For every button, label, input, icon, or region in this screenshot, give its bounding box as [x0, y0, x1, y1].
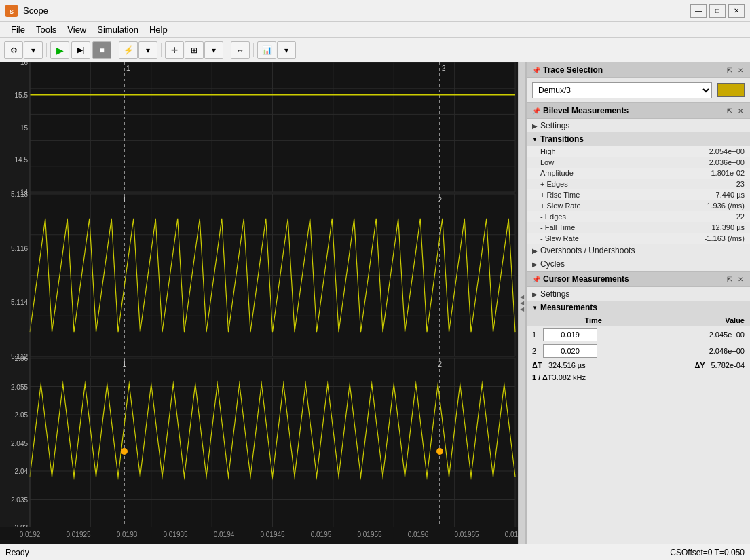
collapse-handle[interactable]: ◀ ◀ ◀: [518, 62, 526, 544]
meas-row-1: Low2.036e+00: [527, 157, 750, 168]
transitions-header[interactable]: ▼ Transitions: [527, 132, 750, 146]
bilevel-header-left: 📌 Bilevel Measurements: [532, 106, 629, 115]
trace-close-btn[interactable]: ✕: [736, 67, 745, 74]
svg-text:S: S: [10, 8, 14, 15]
run-btn[interactable]: ▶: [50, 41, 69, 59]
cursor-pin-icon: 📌: [532, 276, 540, 283]
meas-value-0: 2.054e+00: [677, 147, 745, 155]
meas-btn[interactable]: 📊: [257, 41, 276, 59]
settings-label: Settings: [540, 121, 569, 130]
trace-selection-title: Trace Selection: [543, 65, 603, 75]
trace-color-swatch: [717, 83, 745, 97]
menu-view[interactable]: View: [62, 23, 92, 36]
close-button[interactable]: ✕: [728, 4, 745, 18]
menu-bar: File Tools View Simulation Help: [0, 22, 750, 38]
signal-btn[interactable]: ⚡: [119, 41, 138, 59]
tb-sep-1: [46, 43, 47, 57]
status-right: CSOffset=0 T=0.050: [670, 548, 745, 557]
maximize-button[interactable]: □: [709, 4, 726, 18]
inv-delta-row: 1 / ΔT 3.082 kHz: [527, 371, 750, 384]
tb-sep-3: [161, 43, 162, 57]
cursor-1-index: 1: [532, 331, 543, 339]
meas-value-7: 12.390 µs: [677, 223, 745, 231]
tb-dropdown[interactable]: ▾: [24, 41, 43, 59]
panel-spacer: [527, 384, 750, 544]
delta-t-label: ΔT: [532, 361, 548, 369]
cursor-1-value: 2.045e+00: [597, 331, 745, 339]
tb-dropdown-3[interactable]: ▾: [204, 41, 223, 59]
bilevel-close-btn[interactable]: ✕: [736, 107, 745, 115]
tb-dropdown-4[interactable]: ▾: [277, 41, 296, 59]
trace-expand-btn[interactable]: ⇱: [726, 67, 734, 74]
meas-value-6: 22: [677, 212, 745, 221]
cycles-label: Cycles: [540, 259, 565, 269]
cursor-time-header: Time: [543, 316, 644, 324]
cursor-header-left: 📌 Cursor Measurements: [532, 274, 629, 284]
bilevel-section: 📌 Bilevel Measurements ⇱ ✕ ▶ Settings ▼ …: [527, 103, 750, 272]
meas-row-6: - Edges22: [527, 211, 750, 222]
meas-value-4: 7.440 µs: [677, 191, 745, 199]
trace-selection-section: 📌 Trace Selection ⇱ ✕ Demux/3 Demux/1 De…: [527, 62, 750, 103]
bilevel-header-controls: ⇱ ✕: [726, 107, 745, 115]
collapse-arrow-3: ◀: [520, 306, 524, 312]
trace-dropdown[interactable]: Demux/3 Demux/1 Demux/2: [532, 82, 712, 98]
meas-label-6: - Edges: [540, 212, 677, 221]
cycles-row[interactable]: ▶ Cycles: [527, 257, 750, 271]
toolbar: ⚙ ▾ ▶ ▶| ■ ⚡ ▾ ✛ ⊞ ▾ ↔ 📊 ▾: [0, 38, 750, 62]
trace-selection-header-left: 📌 Trace Selection: [532, 65, 603, 75]
meas-label-2: Amplitude: [540, 169, 677, 177]
status-bar: Ready CSOffset=0 T=0.050: [0, 544, 750, 560]
scope-canvas[interactable]: [0, 62, 518, 544]
tb-sep-5: [253, 43, 254, 57]
menu-simulation[interactable]: Simulation: [92, 23, 144, 36]
cursor-2-index: 2: [532, 347, 543, 355]
cursor-section: 📌 Cursor Measurements ⇱ ✕ ▶ Settings ▼ M…: [527, 272, 750, 384]
cursor-idx-header-space: [532, 316, 543, 324]
toolbar-group-3: ✛ ⊞ ▾: [165, 41, 223, 59]
toolbar-group-1: ⚙ ▾: [4, 41, 43, 59]
toolbar-group-2: ⚡ ▾: [119, 41, 157, 59]
menu-tools[interactable]: Tools: [31, 23, 62, 36]
cursor-settings-row[interactable]: ▶ Settings: [527, 287, 750, 301]
stop-btn[interactable]: ■: [92, 41, 111, 59]
cycles-expand-icon: ▶: [532, 261, 538, 268]
meas-value-1: 2.036e+00: [677, 158, 745, 166]
menu-file[interactable]: File: [5, 23, 31, 36]
cursor-1-time[interactable]: [543, 328, 597, 341]
meas-label-1: Low: [540, 158, 677, 166]
delta-row: ΔT 324.516 µs ΔY 5.782e-04: [527, 359, 750, 371]
bilevel-title: Bilevel Measurements: [543, 106, 629, 115]
main-content: ◀ ◀ ◀ 📌 Trace Selection ⇱ ✕ Demux/3 Demu: [0, 62, 750, 544]
cursor-2-value: 2.046e+00: [597, 347, 745, 355]
zoom-btn[interactable]: ↔: [231, 41, 250, 59]
cursor-expand-btn[interactable]: ⇱: [726, 276, 734, 283]
delta-t-value: 324.516 µs: [548, 361, 586, 369]
cursor-btn[interactable]: ✛: [165, 41, 184, 59]
menu-help[interactable]: Help: [144, 23, 173, 36]
window-title: Scope: [23, 5, 690, 16]
cursor-settings-label: Settings: [540, 289, 569, 299]
meas-label-5: + Slew Rate: [540, 202, 677, 210]
bilevel-content: ▶ Settings ▼ Transitions High2.054e+00Lo…: [527, 119, 750, 271]
bilevel-measurements: High2.054e+00Low2.036e+00Amplitude1.801e…: [527, 146, 750, 244]
bilevel-expand-btn[interactable]: ⇱: [726, 107, 734, 115]
minimize-button[interactable]: —: [690, 4, 707, 18]
cursor-close-btn[interactable]: ✕: [736, 276, 745, 283]
cursor-2-time[interactable]: [543, 344, 597, 358]
cursor-col-headers: Time Value: [527, 314, 750, 326]
tb-dropdown-2[interactable]: ▾: [138, 41, 157, 59]
bilevel-header: 📌 Bilevel Measurements ⇱ ✕: [527, 103, 750, 119]
trace-header-controls: ⇱ ✕: [726, 67, 745, 74]
inv-delta-t-value: 3.082 kHz: [552, 373, 586, 381]
cursor-row-1: 1 2.045e+00: [527, 326, 750, 343]
bilevel-pin-icon: 📌: [532, 107, 540, 115]
settings-row[interactable]: ▶ Settings: [527, 119, 750, 132]
meas-row-8: - Slew Rate-1.163 (/ms): [527, 233, 750, 244]
settings-btn[interactable]: ⚙: [4, 41, 23, 59]
cursor-meas-header[interactable]: ▼ Measurements: [527, 301, 750, 314]
overshoots-row[interactable]: ▶ Overshoots / Undershoots: [527, 244, 750, 257]
fit-btn[interactable]: ⊞: [185, 41, 204, 59]
collapse-arrow-2: ◀: [520, 300, 524, 306]
step-btn[interactable]: ▶|: [71, 41, 90, 59]
transitions-label: Transitions: [540, 134, 584, 144]
